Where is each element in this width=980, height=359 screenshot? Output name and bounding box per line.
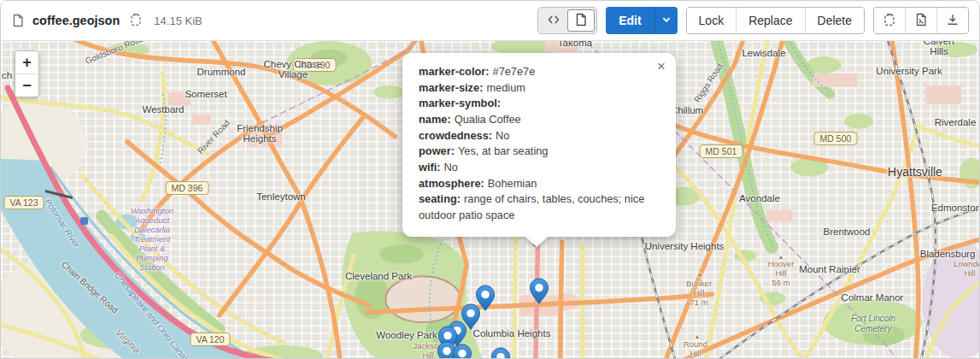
place-tenleytown: Tenleytown (256, 191, 306, 202)
lock-button[interactable]: Lock (687, 8, 736, 33)
property-key: seating (419, 192, 461, 205)
snippet-file-viewer: coffee.geojson 14.15 KiB (0, 0, 980, 359)
place-woodley-park: Woodley Park (376, 330, 437, 340)
place-calvert-hills: Calvert Hills (919, 41, 959, 56)
file-manage-group: Lock Replace Delete (686, 7, 865, 34)
partial-place-label: ch (2, 70, 12, 80)
property-value: Qualia Coffee (455, 113, 521, 126)
popup-tail (525, 236, 549, 247)
rendered-view-button[interactable] (567, 9, 595, 32)
property-key: name (419, 113, 451, 126)
peak-label-hoover-hill: Hoover Hill 56 m (768, 259, 795, 288)
popup-property-row: powerYes, at bar seating (419, 144, 660, 160)
shield-md-500: MD 500 (814, 132, 858, 145)
place-edmonston: Edmonston (931, 203, 979, 213)
zoom-out-button[interactable]: − (15, 74, 38, 97)
property-key: marker-symbol (419, 97, 501, 109)
property-key: marker-color (419, 65, 490, 78)
place-university-heights: University Heights (645, 241, 725, 251)
place-riverdale: Riverdale (935, 117, 977, 127)
place-lewisdale: Lewisdale (742, 48, 785, 58)
peak-label-lowndes-hill: Lowndes Hill (954, 259, 979, 278)
water-label-canal: Chesapeake and Ohio Canal (113, 271, 189, 358)
popup-property-row: marker-color#7e7e7e (419, 64, 660, 80)
peak-label-bunker-hill: Bunker Hill 71 m (686, 279, 712, 308)
download-icon (946, 13, 959, 29)
file-name: coffee.geojson (32, 14, 120, 27)
file-actions: Edit Lock Replace Delete (537, 7, 969, 34)
property-value: #7e7e7e (493, 65, 536, 78)
place-drummond: Drummond (197, 67, 246, 77)
property-key: crowdedness (419, 129, 492, 142)
map-marker[interactable] (529, 278, 549, 305)
map-marker[interactable] (452, 344, 472, 358)
popup-property-row: seatingrange of chairs, tables, couches;… (419, 191, 660, 223)
map-poi-icon (80, 217, 88, 225)
peak-icon-bunker: ▲ (697, 271, 703, 277)
road-label-chain-bridge: Chain Bridge Road (60, 260, 120, 315)
shield-md-396: MD 396 (166, 181, 209, 195)
popup-property-row: crowdednessNo (419, 128, 660, 144)
road-label-goldsboro: Goldsboro Road (84, 41, 145, 66)
property-key: power (419, 144, 455, 157)
document-icon (574, 13, 588, 29)
clipboard-icon (883, 13, 896, 29)
replace-button[interactable]: Replace (736, 8, 804, 33)
file-utility-group (873, 7, 969, 34)
copy-file-contents-button[interactable] (874, 8, 905, 33)
file-icon (11, 14, 25, 27)
road-label-river-road: River Road (196, 118, 232, 156)
place-columbia-heights: Columbia Heights (473, 328, 551, 338)
map-zoom-control: + − (15, 50, 39, 97)
download-button[interactable] (936, 8, 968, 33)
open-raw-button[interactable] (905, 8, 936, 33)
peak-label-round-hill: Round Hill 61 m (684, 339, 707, 358)
delete-button[interactable]: Delete (805, 8, 864, 33)
property-value: Bohemian (488, 177, 537, 190)
chevron-down-icon (660, 14, 672, 28)
place-label-virginia: Virginia (114, 327, 142, 356)
feature-popup: × marker-color#7e7e7emarker-sizemediumma… (402, 53, 676, 237)
shield-va-120: VA 120 (190, 333, 230, 346)
popup-property-row: wifiNo (419, 160, 660, 176)
place-somerset: Somerset (185, 89, 226, 99)
zoom-in-button[interactable]: + (15, 51, 38, 74)
shield-md-501: MD 501 (700, 144, 743, 158)
property-key: marker-size (419, 81, 483, 94)
place-mount-rainier: Mount Rainier (799, 264, 860, 274)
property-key: wifi (419, 161, 441, 174)
file-size: 14.15 KiB (154, 15, 202, 27)
code-icon (547, 13, 560, 29)
place-colmar-manor: Colmar Manor (842, 292, 904, 303)
clipboard-icon (129, 13, 143, 29)
place-avondale: Avondale (739, 193, 780, 203)
map-marker[interactable] (490, 347, 511, 358)
view-toggle-group (537, 7, 597, 34)
place-takoma: Takoma (558, 41, 592, 48)
shield-va-123: VA 123 (3, 196, 44, 209)
peak-icon-round: ▲ (695, 333, 701, 339)
place-bladensburg: Bladensburg (920, 249, 976, 259)
code-view-button[interactable] (540, 9, 567, 32)
popup-properties: marker-color#7e7e7emarker-sizemediummark… (419, 64, 660, 224)
peak-icon-hoover: ▲ (778, 254, 784, 260)
file-info: coffee.geojson 14.15 KiB (11, 11, 202, 31)
popup-property-row: nameQualia Coffee (419, 112, 660, 128)
place-westbard: Westbard (142, 104, 184, 115)
poi-label-dalecarlia: Washington Aqueduct Dalecarlia Treatment… (131, 207, 173, 272)
property-value: No (444, 161, 458, 174)
copy-file-path-button[interactable] (127, 11, 144, 31)
place-cleveland-park: Cleveland Park (345, 271, 412, 281)
property-value: No (496, 129, 509, 142)
property-value: medium (486, 81, 525, 94)
popup-property-row: atmosphereBohemian (419, 176, 660, 192)
popup-property-row: marker-symbol (419, 96, 660, 112)
edit-button[interactable]: Edit (606, 7, 654, 34)
popup-close-button[interactable]: × (655, 57, 667, 75)
place-chevy-chase-village: Chevy Chase Village (263, 59, 322, 79)
property-value: Yes, at bar seating (458, 144, 549, 157)
edit-dropdown-button[interactable] (654, 7, 678, 34)
map-canvas[interactable]: Goldsboro RoadMD 190DrummondChevy Chase … (1, 41, 979, 358)
place-brentwood: Brentwood (824, 227, 871, 237)
place-hyattsville: Hyattsville (888, 165, 942, 179)
